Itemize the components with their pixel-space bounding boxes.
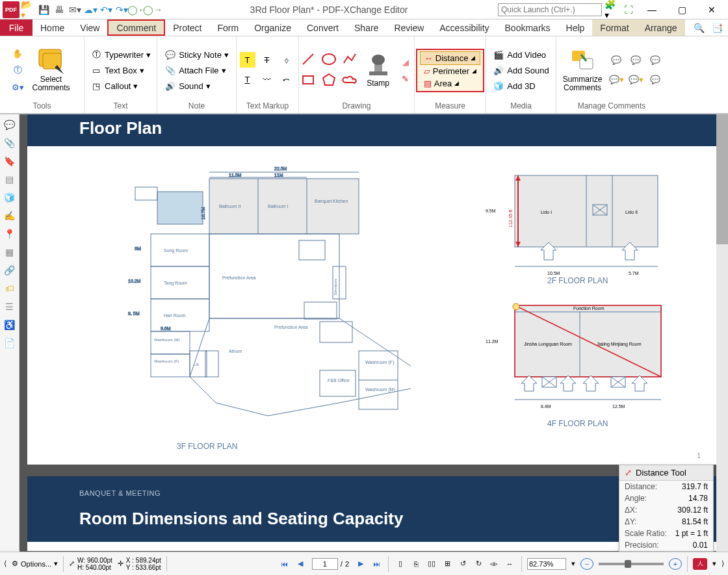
save-icon[interactable]: 💾 bbox=[36, 3, 51, 17]
3d-pane-icon[interactable]: 🧊 bbox=[2, 190, 18, 205]
flatten-comments-icon[interactable]: 💬▾ bbox=[608, 71, 624, 87]
polygon-icon[interactable] bbox=[321, 72, 337, 88]
replace-text-icon[interactable]: ⤺ bbox=[279, 71, 294, 87]
eraser-icon[interactable]: ◢ bbox=[398, 54, 413, 70]
fit-width-icon[interactable]: ↔ bbox=[503, 558, 516, 570]
close-button[interactable]: ✕ bbox=[698, 1, 725, 19]
links-pane-icon[interactable]: 🔗 bbox=[2, 262, 18, 278]
fields-pane-icon[interactable]: ▤ bbox=[2, 172, 18, 187]
cloud-shape-icon[interactable] bbox=[342, 72, 358, 88]
menu-convert[interactable]: Convert bbox=[299, 19, 346, 36]
scrollbar-thumb[interactable] bbox=[716, 114, 728, 244]
layers-pane-icon[interactable]: ☰ bbox=[2, 299, 18, 314]
attach-file-button[interactable]: 📎Attach File▾ bbox=[162, 63, 231, 77]
options-gear-icon[interactable]: ⚙ bbox=[12, 559, 18, 568]
callout-button[interactable]: ◳Callout▾ bbox=[88, 79, 153, 93]
menu-share[interactable]: Share bbox=[346, 19, 386, 36]
area-button[interactable]: ▨Area◢ bbox=[420, 77, 480, 90]
quick-launch-input[interactable] bbox=[498, 3, 602, 16]
document-area[interactable]: Floor Plan bbox=[20, 114, 728, 552]
bookmarks-pane-icon[interactable]: 🔖 bbox=[2, 153, 18, 169]
comments-pane-icon[interactable]: 💬 bbox=[2, 117, 18, 133]
crop-icon[interactable]: ⤢ bbox=[69, 559, 75, 568]
select-comments-button[interactable]: Select Comments bbox=[28, 45, 73, 95]
options-button[interactable]: Options... bbox=[21, 560, 51, 568]
find-icon[interactable]: 🔍 bbox=[692, 21, 706, 35]
underline-icon[interactable]: T bbox=[240, 71, 255, 87]
strikeout-icon[interactable]: T bbox=[259, 52, 275, 68]
show-comments-icon[interactable]: 💬 bbox=[647, 52, 663, 68]
tags-pane-icon[interactable]: 🏷 bbox=[2, 281, 18, 296]
distance-button[interactable]: ↔Distance◢ bbox=[420, 51, 480, 65]
sticky-note-button[interactable]: 💬Sticky Note▾ bbox=[162, 47, 231, 62]
signatures-pane-icon[interactable]: ✍ bbox=[2, 208, 18, 224]
rotate-cw-icon[interactable]: ↻ bbox=[472, 558, 485, 570]
thumbnails-pane-icon[interactable]: ▦ bbox=[2, 244, 18, 260]
vertical-scrollbar[interactable] bbox=[716, 114, 728, 552]
redo-icon[interactable]: ↷▾ bbox=[114, 3, 129, 17]
zoom-out-icon[interactable]: − bbox=[580, 558, 593, 570]
squiggly-icon[interactable]: 〰 bbox=[259, 71, 275, 87]
textbox-button[interactable]: ▭Text Box▾ bbox=[88, 63, 153, 77]
destinations-pane-icon[interactable]: 📍 bbox=[2, 226, 18, 242]
open-icon[interactable]: 📂▾ bbox=[21, 3, 35, 17]
two-page-icon[interactable]: ▯▯ bbox=[425, 558, 438, 570]
export-comments-icon[interactable]: 💬 bbox=[628, 52, 644, 68]
perimeter-button[interactable]: ▱Perimeter◢ bbox=[420, 65, 480, 77]
single-page-icon[interactable]: ▯ bbox=[394, 558, 407, 570]
tools-gear-icon[interactable]: ⚙▾ bbox=[10, 79, 25, 95]
menu-comment[interactable]: Comment bbox=[107, 19, 165, 36]
summarize-comments-button[interactable]: Summarize Comments bbox=[559, 45, 606, 95]
file-menu[interactable]: File bbox=[0, 19, 32, 36]
menu-organize[interactable]: Organize bbox=[246, 19, 299, 36]
add-sound-button[interactable]: 🔊Add Sound bbox=[490, 63, 551, 77]
expand-handle[interactable]: ⟩ bbox=[722, 559, 724, 568]
typewriter-button[interactable]: ⓉTypewriter▾ bbox=[88, 47, 153, 62]
continuous-icon[interactable]: ⎘ bbox=[410, 558, 422, 570]
menu-help[interactable]: Help bbox=[558, 19, 593, 36]
menu-home[interactable]: Home bbox=[32, 19, 72, 36]
zoom-in-icon[interactable]: + bbox=[669, 558, 682, 570]
cloud-icon[interactable]: ☁▾ bbox=[83, 3, 98, 17]
menu-accessibility[interactable]: Accessibility bbox=[432, 19, 497, 36]
highlight-icon[interactable]: T bbox=[240, 52, 255, 68]
text-select-icon[interactable]: Ⓣ bbox=[10, 62, 25, 78]
ui-options-icon[interactable]: 🧩▾ bbox=[604, 3, 619, 17]
menu-protect[interactable]: Protect bbox=[165, 19, 209, 36]
rect-icon[interactable] bbox=[300, 72, 316, 88]
pencil-icon[interactable]: ✎ bbox=[398, 71, 413, 86]
hand-tool-icon[interactable]: ✋ bbox=[10, 45, 25, 61]
undo-icon[interactable]: ↶▾ bbox=[99, 3, 113, 17]
collapse-handle[interactable]: ⟨ bbox=[4, 559, 6, 568]
rotate-ccw-icon[interactable]: ↺ bbox=[456, 558, 469, 570]
prev-page-icon[interactable]: ◀ bbox=[294, 558, 307, 570]
insert-text-icon[interactable]: ⎀ bbox=[279, 52, 294, 68]
zoom-slider-thumb[interactable] bbox=[625, 560, 631, 568]
next-page-icon[interactable]: ▶ bbox=[354, 558, 367, 570]
accessibility-pane-icon[interactable]: ♿ bbox=[2, 317, 18, 333]
last-page-icon[interactable]: ⏭ bbox=[370, 558, 383, 570]
menu-view[interactable]: View bbox=[72, 19, 107, 36]
menu-bookmarks[interactable]: Bookmarks bbox=[497, 19, 558, 36]
menu-review[interactable]: Review bbox=[386, 19, 432, 36]
zoom-slider[interactable] bbox=[599, 563, 664, 565]
two-continuous-icon[interactable]: ⊞ bbox=[441, 558, 454, 570]
sound-button[interactable]: 🔊Sound▾ bbox=[162, 79, 231, 93]
add-3d-button[interactable]: 🧊Add 3D bbox=[490, 79, 551, 93]
zoom-input[interactable] bbox=[527, 558, 566, 570]
current-page-input[interactable] bbox=[312, 558, 338, 570]
minimize-button[interactable]: ― bbox=[638, 1, 666, 19]
first-page-icon[interactable]: ⏮ bbox=[278, 558, 291, 570]
attachments-pane-icon[interactable]: 📎 bbox=[2, 135, 18, 151]
stamp-button[interactable]: Stamp bbox=[361, 49, 395, 90]
forward-icon[interactable]: ◯→ bbox=[146, 3, 160, 17]
search-icon[interactable]: 📑 bbox=[710, 21, 724, 35]
menu-format[interactable]: Format bbox=[592, 19, 636, 36]
print-icon[interactable]: 🖶 bbox=[52, 3, 66, 17]
back-icon[interactable]: ◯← bbox=[130, 3, 144, 17]
distance-tool-popup[interactable]: ⤢ Distance Tool Distance:319.7 ft Angle:… bbox=[619, 465, 714, 552]
line-icon[interactable] bbox=[300, 51, 316, 67]
fit-page-icon[interactable]: ◃▹ bbox=[488, 558, 500, 570]
polyline-icon[interactable] bbox=[342, 51, 358, 67]
menu-arrange[interactable]: Arrange bbox=[637, 19, 685, 36]
